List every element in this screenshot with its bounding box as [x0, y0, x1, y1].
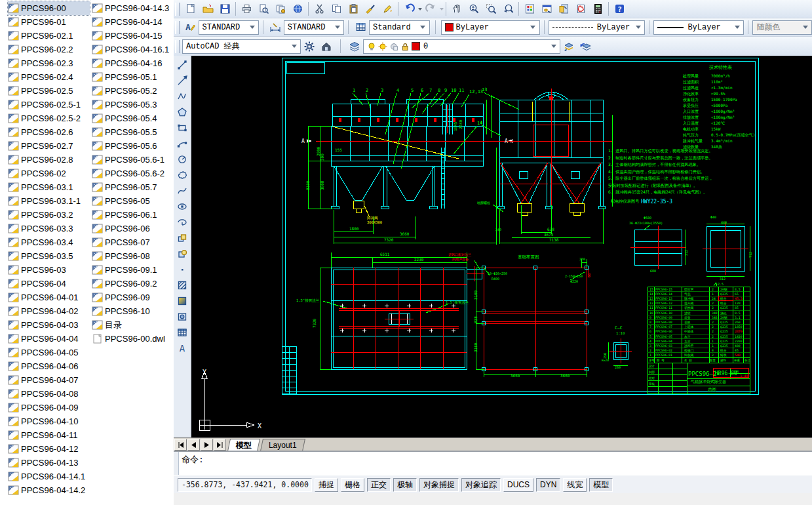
region-tool-icon[interactable]	[174, 309, 191, 325]
arc-tool-icon[interactable]	[174, 136, 191, 152]
insert-block-tool-icon[interactable]	[174, 230, 191, 246]
file-item[interactable]: PPCS96-04-16.1	[92, 43, 172, 56]
status-toggle-lineweight[interactable]: 线宽	[563, 478, 587, 492]
file-item[interactable]: PPCS96-08	[92, 249, 172, 263]
line-tool-icon[interactable]	[174, 57, 191, 73]
file-item[interactable]: PPCS96-04-04	[8, 332, 90, 346]
sun-freeze-icon[interactable]	[378, 42, 387, 51]
lock-icon[interactable]	[400, 42, 410, 51]
revision-cloud-tool-icon[interactable]	[174, 167, 191, 183]
tab-layout1[interactable]: Layout1	[260, 439, 305, 451]
status-toggle-ducs[interactable]: DUCS	[503, 478, 533, 492]
properties-palette-icon[interactable]	[521, 1, 538, 17]
file-item[interactable]: PPCS96-03	[8, 263, 90, 277]
gradient-tool-icon[interactable]	[174, 293, 191, 309]
file-item[interactable]: PPCS96-02.4	[8, 70, 90, 84]
dim-style-select[interactable]: STANDARD	[284, 20, 345, 35]
plot-icon[interactable]	[238, 1, 255, 17]
file-item[interactable]: PPCS96-04-12	[8, 442, 90, 456]
file-item[interactable]: PPCS96-03.1	[8, 180, 90, 194]
toolbar-grip[interactable]	[175, 3, 180, 16]
hatch-tool-icon[interactable]	[174, 277, 191, 293]
file-item[interactable]: PPCS96-03.4	[8, 235, 90, 249]
file-item[interactable]: PPCS96-04-01	[8, 291, 90, 304]
new-icon[interactable]	[182, 1, 199, 17]
status-toggle-model-space[interactable]: 模型	[589, 478, 613, 492]
match-properties-icon[interactable]	[362, 1, 379, 17]
paste-icon[interactable]	[345, 1, 362, 17]
sun-viewport-icon[interactable]	[389, 42, 398, 51]
redo-icon[interactable]	[422, 1, 439, 17]
file-item[interactable]: PPCS96-05.7	[92, 180, 172, 194]
file-item[interactable]: PPCS96-04-14.2	[8, 483, 90, 497]
status-toggle-polar[interactable]: 极轴	[393, 478, 417, 492]
file-item[interactable]: PPCS96-04-16	[92, 56, 172, 70]
file-item[interactable]: PPCS96-05.6	[92, 139, 172, 153]
status-toggle-grid[interactable]: 栅格	[341, 478, 364, 492]
file-item[interactable]: PPCS96-00.dwl	[92, 332, 172, 346]
file-item[interactable]: PPCS96-03.5	[8, 249, 90, 263]
point-tool-icon[interactable]	[174, 262, 191, 277]
text-style-icon[interactable]: A	[182, 19, 199, 35]
save-icon[interactable]	[216, 1, 233, 17]
tool-palettes-icon[interactable]	[555, 1, 572, 17]
open-icon[interactable]	[199, 1, 216, 17]
file-item[interactable]: PPCS96-09.1	[92, 263, 172, 277]
tab-model[interactable]: 模型	[227, 439, 260, 451]
file-item[interactable]: PPCS96-04-09	[8, 401, 90, 414]
color-select[interactable]: ByLayer	[441, 20, 540, 35]
file-item[interactable]: PPCS96-04-05	[8, 346, 90, 359]
help-icon[interactable]: ?	[611, 1, 628, 17]
file-item[interactable]: PPCS96-03.1-1	[8, 194, 90, 208]
construction-line-tool-icon[interactable]	[174, 73, 191, 89]
lineweight-select[interactable]: ByLayer	[653, 20, 744, 35]
file-item[interactable]: PPCS96-03.2	[8, 208, 90, 222]
rectangle-tool-icon[interactable]	[174, 120, 191, 136]
file-item[interactable]: PPCS96-09	[92, 291, 172, 304]
toolbar-grip[interactable]	[175, 21, 180, 34]
file-item[interactable]: PPCS96-04-02	[8, 304, 90, 318]
file-item[interactable]: PPCS96-02	[8, 167, 90, 180]
design-center-icon[interactable]	[538, 1, 555, 17]
table-style-icon[interactable]	[353, 19, 369, 35]
spline-tool-icon[interactable]	[174, 183, 191, 199]
file-item[interactable]: PPCS96-02.8	[8, 153, 90, 167]
next-tab-icon[interactable]	[201, 439, 213, 451]
multiline-text-tool-icon[interactable]: A	[174, 340, 191, 356]
file-item[interactable]: PPCS96-04-07	[8, 373, 90, 387]
cut-icon[interactable]	[311, 1, 328, 17]
layer-properties-icon[interactable]	[346, 38, 363, 54]
layer-select[interactable]: 0	[363, 39, 560, 54]
file-item[interactable]: PPCS96-04-14	[92, 15, 172, 29]
text-style-select[interactable]: STANDARD	[199, 20, 260, 35]
block-editor-icon[interactable]	[379, 1, 396, 17]
file-item[interactable]: PPCS96-04-15	[92, 29, 172, 43]
plot-preview-icon[interactable]	[255, 1, 272, 17]
workspace-select[interactable]: AutoCAD 经典	[182, 39, 301, 54]
file-item[interactable]: PPCS96-05.6-2	[92, 167, 172, 180]
file-item[interactable]: PPCS96-00	[8, 1, 90, 15]
file-item[interactable]: PPCS96-04	[8, 277, 90, 291]
file-item[interactable]: PPCS96-05.3	[92, 98, 172, 111]
polygon-tool-icon[interactable]	[174, 104, 191, 120]
file-item[interactable]: PPCS96-05.1	[92, 70, 172, 84]
file-item[interactable]: PPCS96-04-11	[8, 428, 90, 442]
zoom-window-icon[interactable]	[482, 1, 499, 17]
file-item[interactable]: PPCS96-04-08	[8, 387, 90, 401]
file-item[interactable]: PPCS96-04-14.1	[8, 470, 90, 483]
layer-previous-icon[interactable]	[577, 38, 594, 54]
file-item[interactable]: PPCS96-02.5-2	[8, 111, 90, 125]
file-item[interactable]: PPCS96-07	[92, 235, 172, 249]
make-block-tool-icon[interactable]	[174, 246, 191, 262]
workspace-settings-icon[interactable]	[301, 38, 318, 54]
file-item[interactable]: PPCS96-06	[92, 222, 172, 235]
file-item[interactable]: PPCS96-06.1	[92, 208, 172, 222]
polyline-tool-icon[interactable]	[174, 89, 191, 104]
zoom-previous-icon[interactable]	[499, 1, 516, 17]
command-window[interactable]: 命令:	[174, 451, 812, 476]
zoom-realtime-icon[interactable]	[465, 1, 482, 17]
first-tab-icon[interactable]	[174, 439, 187, 451]
circle-tool-icon[interactable]	[174, 152, 191, 167]
file-item[interactable]: 目录	[92, 318, 172, 332]
file-item[interactable]: PPCS96-02.7	[8, 139, 90, 153]
